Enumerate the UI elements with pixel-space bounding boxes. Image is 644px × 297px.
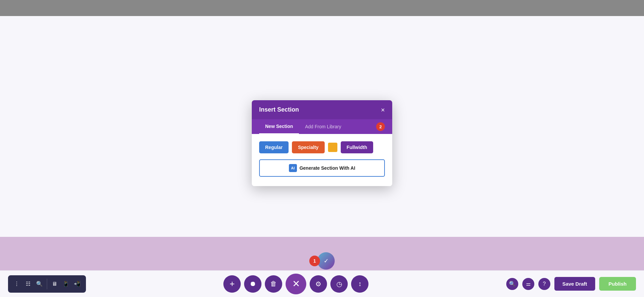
specialty-extra-button[interactable] (328, 143, 337, 152)
save-draft-button[interactable]: Save Draft (554, 277, 595, 291)
toolbar-center-group: + ⏺ 🗑 ✕ ⚙ ◷ ↕ (223, 274, 368, 294)
ai-generate-button[interactable]: AI Generate Section With AI (259, 159, 385, 177)
ai-generate-label: Generate Section With AI (300, 165, 355, 171)
top-bar (0, 0, 644, 16)
search-icon[interactable]: 🔍 (35, 280, 43, 288)
tab-badge: 2 (376, 122, 385, 131)
fullwidth-section-button[interactable]: Fullwidth (341, 141, 373, 153)
hamburger-icon[interactable]: ⋮ (13, 280, 21, 288)
tab-new-section[interactable]: New Section (259, 119, 299, 134)
modal-close-button[interactable]: × (381, 107, 385, 113)
layers-toolbar-icon[interactable]: ⚌ (522, 278, 534, 290)
add-button[interactable]: + (223, 275, 241, 293)
tablet-icon[interactable]: 📱 (62, 280, 70, 288)
clock-button[interactable]: ◷ (330, 275, 348, 293)
modal-header: Insert Section × (252, 100, 392, 119)
search-toolbar-icon[interactable]: 🔍 (506, 278, 518, 290)
desktop-icon[interactable]: 🖥 (50, 280, 59, 288)
badge-1: 1 (309, 256, 320, 266)
help-toolbar-icon[interactable]: ? (538, 278, 550, 290)
insert-section-modal: Insert Section × New Section Add From Li… (252, 100, 392, 186)
grid-icon[interactable]: ☷ (24, 280, 32, 288)
modal-title: Insert Section (259, 106, 299, 113)
ai-icon: AI (289, 164, 297, 172)
bottom-toolbar: ⋮ ☷ 🔍 🖥 📱 📲 + ⏺ 🗑 ✕ ⚙ ◷ ↕ 🔍 ⚌ ? Save Dra… (0, 270, 644, 297)
section-types-row: Regular Specialty Fullwidth (259, 141, 385, 153)
close-button[interactable]: ✕ (286, 274, 306, 294)
arrows-button[interactable]: ↕ (351, 275, 368, 293)
specialty-section-button[interactable]: Specialty (292, 141, 324, 153)
modal-tabs: New Section Add From Library 2 (252, 119, 392, 134)
power-button[interactable]: ⏺ (244, 275, 261, 293)
modal-body: Regular Specialty Fullwidth AI Generate … (252, 134, 392, 186)
publish-button[interactable]: Publish (599, 277, 636, 291)
delete-button[interactable]: 🗑 (265, 275, 282, 293)
toolbar-left-group: ⋮ ☷ 🔍 🖥 📱 📲 (8, 275, 86, 293)
tab-add-from-library[interactable]: Add From Library (299, 120, 347, 134)
toolbar-right-group: 🔍 ⚌ ? Save Draft Publish (506, 277, 636, 291)
regular-section-button[interactable]: Regular (259, 141, 289, 153)
toolbar-separator (47, 279, 47, 289)
settings-button[interactable]: ⚙ (310, 275, 327, 293)
mobile-icon[interactable]: 📲 (73, 280, 81, 288)
add-section-area: 1 ✓ (309, 252, 335, 270)
